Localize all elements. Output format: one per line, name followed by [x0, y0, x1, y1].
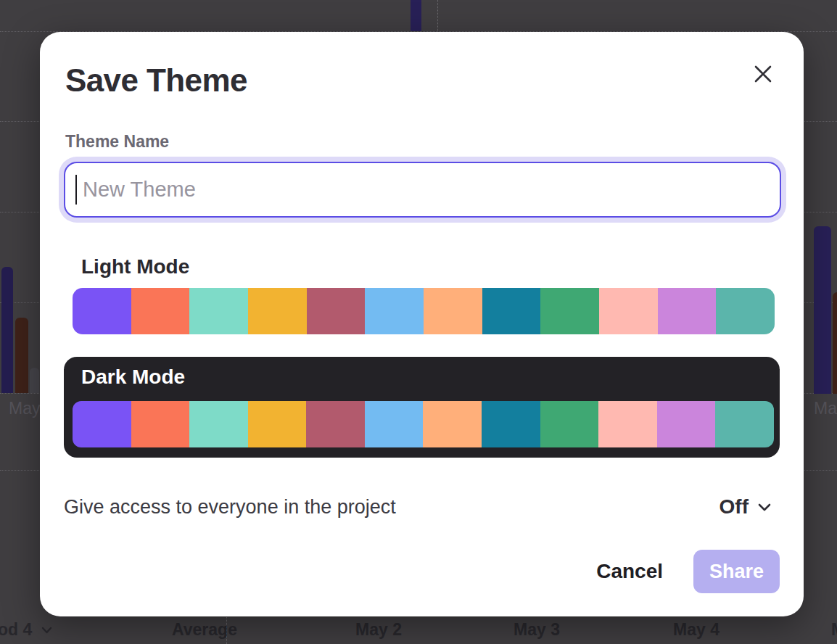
color-swatch: [598, 401, 657, 447]
color-swatch: [365, 401, 424, 447]
color-swatch: [715, 401, 774, 447]
color-swatch: [424, 288, 482, 334]
background-bar: [814, 226, 831, 394]
background-bar: [30, 368, 39, 393]
cancel-button[interactable]: Cancel: [596, 560, 663, 583]
color-swatch: [482, 288, 541, 334]
axis-label-clipped: M: [831, 620, 837, 640]
color-swatch: [365, 288, 424, 334]
light-palette-row: [73, 288, 775, 334]
dark-mode-label: Dark Mode: [81, 366, 185, 389]
color-swatch: [716, 288, 775, 334]
light-mode-label: Light Mode: [81, 255, 189, 278]
chevron-down-icon: [758, 503, 771, 511]
access-row: Give access to everyone in the project O…: [64, 491, 771, 523]
theme-name-label: Theme Name: [65, 132, 169, 152]
color-swatch: [189, 288, 248, 334]
background-bar: [1, 267, 13, 393]
color-swatch: [540, 288, 599, 334]
color-swatch: [131, 401, 190, 447]
color-swatch: [73, 401, 131, 447]
close-button[interactable]: [751, 62, 775, 86]
dark-mode-card: Dark Mode: [64, 357, 780, 458]
save-theme-dialog: Save Theme Theme Name Light Mode Dark Mo…: [40, 32, 804, 616]
color-swatch: [482, 401, 540, 447]
background-bar: [833, 292, 837, 394]
color-swatch: [423, 401, 482, 447]
hover-guideline: [437, 0, 438, 31]
color-swatch: [131, 288, 190, 334]
dialog-footer: Cancel Share: [596, 550, 780, 593]
screen: May Ma od 4 Average May 2 May 3 May 4 M …: [0, 0, 837, 644]
color-swatch: [306, 401, 365, 447]
color-swatch: [307, 288, 366, 334]
color-swatch: [599, 288, 658, 334]
chevron-down-icon: [41, 627, 52, 634]
axis-label-average: Average: [172, 620, 237, 640]
color-swatch: [189, 401, 248, 447]
axis-label-left: May: [9, 399, 40, 418]
access-label: Give access to everyone in the project: [64, 496, 396, 519]
axis-label-right: Ma: [814, 399, 837, 418]
dialog-title: Save Theme: [65, 62, 247, 99]
access-dropdown-value: Off: [720, 495, 749, 519]
axis-label-may2: May 2: [355, 620, 402, 640]
axis-label-may3: May 3: [514, 620, 560, 640]
color-swatch: [248, 288, 307, 334]
theme-name-input[interactable]: [64, 162, 781, 218]
close-icon: [753, 64, 773, 84]
color-swatch: [657, 401, 716, 447]
background-bar: [411, 0, 421, 31]
color-swatch: [540, 401, 599, 447]
period-dropdown-label: od 4: [0, 620, 32, 640]
dark-palette-row: [73, 401, 774, 447]
axis-label-may4: May 4: [673, 620, 720, 640]
text-cursor: [75, 175, 77, 205]
share-button[interactable]: Share: [693, 550, 780, 593]
access-dropdown[interactable]: Off: [720, 495, 771, 519]
color-swatch: [73, 288, 131, 334]
color-swatch: [658, 288, 717, 334]
color-swatch: [248, 401, 307, 447]
background-bar: [15, 318, 28, 393]
